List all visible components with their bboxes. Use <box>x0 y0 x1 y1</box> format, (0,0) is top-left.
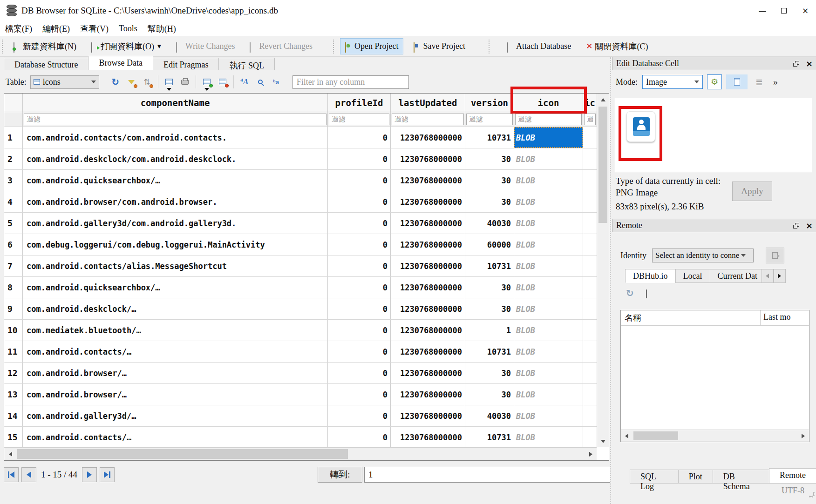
previous-record-button[interactable] <box>21 467 36 482</box>
scroll-left-icon[interactable] <box>4 448 16 460</box>
blob-value[interactable]: BLOB <box>514 197 535 207</box>
tab-plot[interactable]: Plot <box>678 470 713 484</box>
cell-lastUpdated[interactable]: 1230768000000 <box>391 320 465 341</box>
cell-profileId[interactable]: 0 <box>328 384 391 405</box>
refresh-button[interactable]: ↻ <box>108 75 123 89</box>
cell-lastUpdated[interactable]: 1230768000000 <box>391 213 465 234</box>
close-database-button[interactable]: ✕ 關閉資料庫(C) <box>581 38 653 55</box>
blob-value[interactable]: BLOB <box>514 369 535 378</box>
filter-input[interactable] <box>515 114 582 125</box>
filter-input[interactable] <box>329 114 389 125</box>
cell-version[interactable]: 30 <box>465 191 514 212</box>
cell-profileId[interactable]: 0 <box>328 341 391 362</box>
save-table-button[interactable] <box>161 75 177 89</box>
minimize-icon[interactable]: — <box>752 0 773 21</box>
encoding-button[interactable]: ᵇa <box>268 75 284 89</box>
tab-scroll-right-icon[interactable] <box>774 269 786 283</box>
cell-version[interactable]: 60000 <box>465 234 514 255</box>
cell-lastUpdated[interactable]: 1230768000000 <box>391 127 465 148</box>
cell-componentName[interactable]: com.android.contacts/… <box>23 341 328 362</box>
remote-tab-dbhub-io[interactable]: DBHub.io <box>625 269 676 283</box>
cell-componentName[interactable]: com.android.browser/com.android.browser. <box>23 191 328 212</box>
blob-value[interactable]: BLOB <box>514 347 535 356</box>
cell-icon-blob[interactable]: BLOB <box>514 427 583 447</box>
row-number[interactable]: 11 <box>4 341 23 362</box>
tab-remote[interactable]: Remote <box>769 468 816 484</box>
delete-record-button[interactable] <box>215 75 231 89</box>
next-record-button[interactable] <box>82 467 97 482</box>
blob-value[interactable]: BLOB <box>514 219 535 228</box>
close-icon[interactable]: × <box>795 0 816 21</box>
new-database-button[interactable]: 新建資料庫(N) <box>9 38 81 55</box>
cell-lastUpdated[interactable]: 1230768000000 <box>391 170 465 191</box>
cell-version[interactable]: 10731 <box>465 341 514 362</box>
cell-lastUpdated[interactable]: 1230768000000 <box>391 191 465 212</box>
blob-value[interactable]: BLOB <box>514 283 535 292</box>
cell-lastUpdated[interactable]: 1230768000000 <box>391 405 465 426</box>
cell-profileId[interactable]: 0 <box>328 363 391 383</box>
filter-input[interactable] <box>392 114 464 125</box>
tab-scroll-left-icon[interactable] <box>762 269 774 283</box>
cell-icon-blob[interactable]: BLOB <box>514 320 583 341</box>
cell-icon-blob[interactable]: BLOB <box>514 191 583 212</box>
blob-value[interactable]: BLOB <box>514 176 535 185</box>
revert-changes-button[interactable]: Revert Changes <box>245 39 317 54</box>
maximize-icon[interactable] <box>773 0 795 21</box>
column-header-name[interactable]: 名稱 <box>621 310 761 325</box>
scroll-left-icon[interactable] <box>621 430 632 442</box>
row-number[interactable]: 8 <box>4 277 23 298</box>
print-button[interactable] <box>177 75 193 89</box>
cell-icon-blob[interactable]: BLOB <box>514 255 583 276</box>
find-in-table-button[interactable] <box>252 75 268 89</box>
column-header-profileId[interactable]: profileId <box>328 94 391 112</box>
cell-icon-blob[interactable]: BLOB <box>514 277 583 298</box>
save-project-button[interactable]: Save Project <box>409 39 469 54</box>
cell-componentName[interactable]: com.android.gallery3d/… <box>23 405 328 426</box>
cell-profileId[interactable]: 0 <box>328 405 391 426</box>
cell-componentName[interactable]: com.android.contacts/… <box>23 427 328 447</box>
cell-icon-blob[interactable]: BLOB <box>514 213 583 234</box>
float-panel-icon[interactable] <box>793 223 799 228</box>
cell-version[interactable]: 30 <box>465 170 514 191</box>
filter-input[interactable] <box>584 114 596 125</box>
attach-database-button[interactable]: Attach Database <box>502 39 576 54</box>
cell-icon-blob[interactable]: BLOB <box>514 234 583 255</box>
blob-value[interactable]: BLOB <box>514 390 535 399</box>
goto-button[interactable]: 轉到: <box>318 467 362 483</box>
cell-version[interactable]: 30 <box>465 298 514 319</box>
cell-componentName[interactable]: com.android.deskclock/com.android.deskcl… <box>23 148 328 169</box>
menu-item[interactable]: 編輯(E) <box>37 22 75 35</box>
cell-profileId[interactable]: 0 <box>328 320 391 341</box>
blob-value[interactable]: BLOB <box>514 411 535 421</box>
row-number[interactable]: 3 <box>4 170 23 191</box>
column-header-last-modified[interactable]: Last mo <box>761 310 809 325</box>
tab-browse-data[interactable]: Browse Data <box>88 56 153 70</box>
remote-scroll-thumb[interactable] <box>633 431 678 440</box>
menu-item[interactable]: 檔案(F) <box>0 22 37 35</box>
cell-profileId[interactable]: 0 <box>328 277 391 298</box>
cell-componentName[interactable]: com.android.contacts/alias.MessageShortc… <box>23 255 328 276</box>
remote-horizontal-scrollbar[interactable] <box>621 430 809 442</box>
scroll-right-icon[interactable] <box>797 430 809 442</box>
cell-lastUpdated[interactable]: 1230768000000 <box>391 427 465 447</box>
cell-profileId[interactable]: 0 <box>328 191 391 212</box>
last-record-button[interactable] <box>100 467 115 482</box>
cell-icon-blob[interactable]: BLOB <box>514 384 583 405</box>
word-wrap-button[interactable]: ≣ <box>752 74 767 89</box>
blob-value[interactable]: BLOB <box>514 240 535 249</box>
cell-version[interactable]: 10731 <box>465 127 514 148</box>
cell-lastUpdated[interactable]: 1230768000000 <box>391 255 465 276</box>
row-number[interactable]: 1 <box>4 127 23 148</box>
cell-version[interactable]: 30 <box>465 384 514 405</box>
cell-componentName[interactable]: com.android.browser/… <box>23 384 328 405</box>
download-database-icon[interactable] <box>646 290 653 297</box>
row-number[interactable]: 7 <box>4 255 23 276</box>
open-project-button[interactable]: Open Project <box>340 38 403 54</box>
cell-version[interactable]: 30 <box>465 363 514 383</box>
cell-icon-blob[interactable]: BLOB <box>514 148 583 169</box>
menu-item[interactable]: 查看(V) <box>75 22 114 35</box>
cell-lastUpdated[interactable]: 1230768000000 <box>391 234 465 255</box>
cell-icon-blob[interactable]: BLOB <box>514 405 583 426</box>
vertical-scrollbar[interactable] <box>597 94 609 447</box>
toolbar-overflow-icon[interactable]: » <box>773 77 778 87</box>
